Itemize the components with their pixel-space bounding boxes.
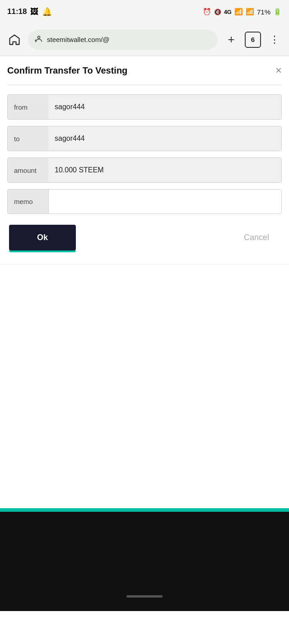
to-label: to xyxy=(8,126,48,151)
mute-icon: 🔇 xyxy=(214,9,221,15)
status-bar: 11:18 🖼 🔔 ⏰ 🔇 4G 📶 📶 71% 🔋 xyxy=(0,0,289,23)
dialog-header: Confirm Transfer To Vesting × xyxy=(7,65,282,76)
tab-count-button[interactable]: 6 xyxy=(245,32,261,48)
amount-label: amount xyxy=(8,158,48,182)
dialog-title: Confirm Transfer To Vesting xyxy=(7,65,127,76)
address-text: steemitwallet.com/@ xyxy=(47,36,110,43)
browser-bar: steemitwallet.com/@ + 6 ⋮ xyxy=(0,23,289,56)
network-4g-icon: 4G xyxy=(224,9,232,15)
cancel-button[interactable]: Cancel xyxy=(233,225,280,250)
ok-button[interactable]: Ok xyxy=(9,225,76,250)
alarm-icon: ⏰ xyxy=(203,8,211,16)
signal-icon: 📶 xyxy=(234,8,243,16)
menu-button[interactable]: ⋮ xyxy=(266,31,284,49)
memo-field-row: memo xyxy=(7,189,282,214)
svg-rect-1 xyxy=(35,39,37,42)
bell-icon: 🔔 xyxy=(42,7,52,17)
from-label: from xyxy=(8,95,48,119)
status-bar-right: ⏰ 🔇 4G 📶 📶 71% 🔋 xyxy=(203,8,282,16)
more-icon: ⋮ xyxy=(270,34,280,46)
amount-field-row: amount 10.000 STEEM xyxy=(7,158,282,183)
memo-value[interactable] xyxy=(48,190,281,213)
scroll-indicator xyxy=(126,595,163,598)
to-value: sagor444 xyxy=(48,126,281,151)
svg-point-0 xyxy=(38,36,40,38)
from-value: sagor444 xyxy=(48,95,281,119)
address-bar[interactable]: steemitwallet.com/@ xyxy=(28,30,218,50)
main-content: Confirm Transfer To Vesting × from sagor… xyxy=(0,56,289,611)
white-space-area xyxy=(0,264,289,508)
button-row: Ok Cancel xyxy=(7,225,282,250)
status-bar-left: 11:18 🖼 🔔 xyxy=(7,7,52,17)
battery-icon: 🔋 xyxy=(273,8,282,16)
teal-accent-bar xyxy=(0,508,289,512)
address-security-icon xyxy=(34,34,43,45)
plus-icon: + xyxy=(228,32,234,46)
battery-display: 71% xyxy=(257,8,270,16)
dialog-divider xyxy=(7,85,282,85)
close-button[interactable]: × xyxy=(275,65,282,76)
tab-count-label: 6 xyxy=(251,36,255,43)
memo-label: memo xyxy=(8,190,48,213)
confirm-transfer-dialog: Confirm Transfer To Vesting × from sagor… xyxy=(0,56,289,264)
signal-icon-2: 📶 xyxy=(246,8,254,16)
from-field-row: from sagor444 xyxy=(7,94,282,120)
time-display: 11:18 xyxy=(7,7,27,16)
photo-icon: 🖼 xyxy=(30,7,38,17)
to-field-row: to sagor444 xyxy=(7,126,282,151)
home-button[interactable] xyxy=(5,31,23,49)
black-bottom-area xyxy=(0,512,289,611)
new-tab-button[interactable]: + xyxy=(222,31,240,49)
amount-value: 10.000 STEEM xyxy=(48,158,281,182)
